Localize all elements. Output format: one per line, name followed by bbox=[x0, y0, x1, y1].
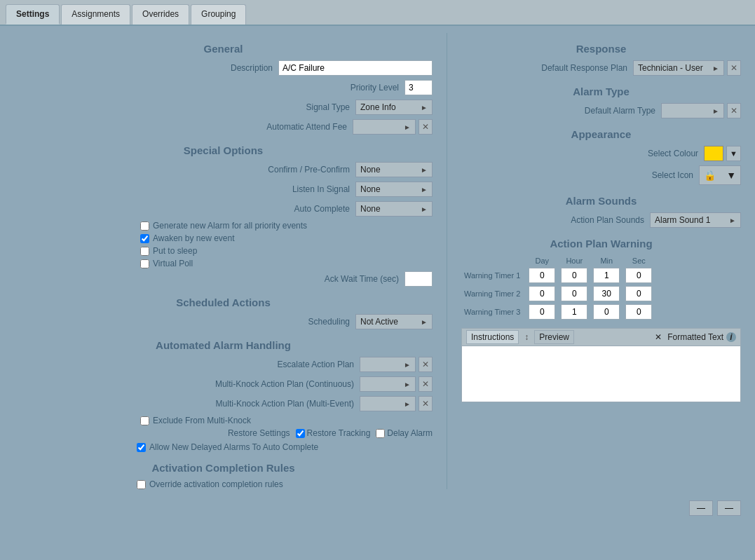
icon-label: Select Icon bbox=[580, 170, 699, 180]
scheduling-row: Scheduling Not Active ► bbox=[14, 314, 433, 329]
multiknock-cont-row: Multi-Knock Action Plan (Continuous) ► ✕ bbox=[14, 376, 433, 392]
timer1-sec-input[interactable] bbox=[625, 268, 652, 283]
default-plan-row: Default Response Plan Technician - User … bbox=[461, 60, 741, 76]
multiknock-multi-dropdown[interactable]: ► bbox=[360, 396, 416, 411]
exclude-checkbox[interactable] bbox=[140, 416, 149, 425]
icon-dropdown-btn[interactable]: 🔒 ▼ bbox=[699, 165, 741, 185]
timer3-day-input[interactable] bbox=[529, 304, 555, 320]
delay-alarm-checkbox[interactable] bbox=[376, 429, 385, 438]
timer2-min-input[interactable] bbox=[593, 286, 620, 301]
scheduling-dropdown[interactable]: Not Active ► bbox=[355, 314, 433, 329]
confirm-row: Confirm / Pre-Confirm None ► bbox=[14, 162, 433, 177]
instructions-textarea[interactable] bbox=[461, 346, 741, 402]
multiknock-multi-wrapper: ► ✕ bbox=[360, 396, 433, 411]
scheduled-actions-title: Scheduled Actions bbox=[14, 296, 433, 308]
allow-checkbox[interactable] bbox=[137, 443, 146, 452]
signal-type-dropdown[interactable]: Zone Info ► bbox=[355, 100, 433, 115]
timer1-row: Warning Timer 1 bbox=[461, 266, 655, 285]
appearance-title: Appearance bbox=[461, 128, 741, 140]
action-plan-sounds-dropdown[interactable]: Alarm Sound 1 ► bbox=[650, 212, 741, 228]
priority-label: Priority Level bbox=[292, 83, 404, 93]
priority-input[interactable] bbox=[404, 80, 433, 95]
escalate-row: Escalate Action Plan ► ✕ bbox=[14, 357, 433, 372]
listen-dropdown[interactable]: None ► bbox=[355, 182, 433, 197]
preview-tab[interactable]: Preview bbox=[534, 330, 574, 344]
colour-swatch[interactable] bbox=[704, 146, 723, 161]
timer1-day-input[interactable] bbox=[529, 268, 555, 283]
auto-attend-wrapper: ► ✕ bbox=[353, 119, 433, 135]
listen-arrow-icon: ► bbox=[421, 186, 428, 193]
default-type-dropdown[interactable]: ► bbox=[661, 103, 724, 118]
override-checkbox[interactable] bbox=[137, 480, 146, 489]
tab-settings[interactable]: Settings bbox=[6, 4, 60, 25]
timer3-sec-input[interactable] bbox=[625, 304, 652, 320]
action-plan-sounds-label: Action Plan Sounds bbox=[531, 215, 650, 225]
timer2-sec-input[interactable] bbox=[625, 286, 652, 301]
colour-label: Select Colour bbox=[585, 149, 704, 158]
virtual-poll-checkbox[interactable] bbox=[140, 259, 149, 268]
response-title: Response bbox=[461, 43, 741, 55]
automated-alarm-title: Automated Alarm Handling bbox=[14, 339, 433, 351]
right-panel: Response Default Response Plan Technicia… bbox=[447, 33, 741, 489]
signal-type-row: Signal Type Zone Info ► bbox=[14, 100, 433, 115]
instructions-tab[interactable]: Instructions bbox=[466, 330, 519, 344]
auto-complete-row: Auto Complete None ► bbox=[14, 201, 433, 217]
multiknock-cont-dropdown[interactable]: ► bbox=[360, 376, 416, 392]
timer2-hour-input[interactable] bbox=[561, 286, 587, 301]
tab-assignments[interactable]: Assignments bbox=[61, 4, 130, 25]
action-plan-sounds-row: Action Plan Sounds Alarm Sound 1 ► bbox=[461, 212, 741, 228]
auto-attend-clear-button[interactable]: ✕ bbox=[419, 119, 433, 135]
left-panel: General Description Priority Level Signa… bbox=[14, 33, 447, 489]
tab-overrides[interactable]: Overrides bbox=[132, 4, 189, 25]
confirm-dropdown[interactable]: None ► bbox=[355, 162, 433, 177]
signal-type-label: Signal Type bbox=[243, 102, 355, 112]
main-content: General Description Priority Level Signa… bbox=[0, 26, 755, 496]
restore-settings-label: Restore Settings bbox=[184, 428, 296, 438]
sleep-checkbox[interactable] bbox=[140, 247, 149, 256]
timer1-min-input[interactable] bbox=[593, 268, 620, 283]
generate-alarm-label: Generate new Alarm for all priority even… bbox=[153, 221, 307, 231]
timer3-hour-input[interactable] bbox=[561, 304, 587, 320]
description-input[interactable] bbox=[278, 60, 433, 76]
timer2-day-input[interactable] bbox=[529, 286, 555, 301]
timer3-row: Warning Timer 3 bbox=[461, 303, 655, 321]
ack-wait-input[interactable] bbox=[404, 271, 433, 287]
ack-wait-row: Ack Wait Time (sec) bbox=[14, 271, 433, 287]
alarm-type-title: Alarm Type bbox=[461, 86, 741, 97]
bottom-btn-2[interactable]: — bbox=[717, 500, 741, 516]
escalate-clear-button[interactable]: ✕ bbox=[419, 357, 433, 372]
confirm-label: Confirm / Pre-Confirm bbox=[243, 165, 355, 175]
generate-alarm-checkbox[interactable] bbox=[140, 221, 149, 231]
special-options-title: Special Options bbox=[14, 144, 433, 156]
restore-tracking-checkbox[interactable] bbox=[296, 429, 305, 438]
timer3-min-input[interactable] bbox=[593, 304, 620, 320]
escalate-dropdown[interactable]: ► bbox=[360, 357, 416, 372]
listen-label: Listen In Signal bbox=[243, 184, 355, 194]
auto-attend-dropdown[interactable]: ► bbox=[353, 119, 416, 135]
auto-complete-dropdown[interactable]: None ► bbox=[355, 201, 433, 217]
sleep-row: Put to sleep bbox=[14, 246, 433, 256]
bottom-btn-1[interactable]: — bbox=[689, 500, 713, 516]
tab-grouping[interactable]: Grouping bbox=[191, 4, 246, 25]
listen-row: Listen In Signal None ► bbox=[14, 182, 433, 197]
escalate-label: Escalate Action Plan bbox=[198, 360, 360, 369]
colour-dropdown-btn[interactable]: ▼ bbox=[726, 146, 741, 161]
description-row: Description bbox=[14, 60, 433, 76]
default-plan-clear-button[interactable]: ✕ bbox=[727, 60, 741, 76]
activation-title: Activation Completion Rules bbox=[14, 462, 433, 474]
instructions-close-button[interactable]: ✕ bbox=[652, 332, 665, 342]
alarm-sounds-title: Alarm Sounds bbox=[461, 195, 741, 207]
allow-label: Allow New Delayed Alarms To Auto Complet… bbox=[149, 442, 318, 452]
default-type-wrapper: ► ✕ bbox=[661, 103, 741, 118]
multiknock-multi-clear-button[interactable]: ✕ bbox=[419, 396, 433, 411]
priority-row: Priority Level bbox=[14, 80, 433, 95]
default-type-clear-button[interactable]: ✕ bbox=[727, 103, 741, 118]
default-plan-dropdown[interactable]: Technician - User ► bbox=[633, 60, 724, 76]
multiknock-cont-clear-button[interactable]: ✕ bbox=[419, 376, 433, 392]
colour-row: Select Colour ▼ bbox=[461, 146, 741, 161]
hour-header: Hour bbox=[558, 255, 590, 266]
awaken-checkbox[interactable] bbox=[140, 234, 149, 243]
awaken-label: Awaken by new event bbox=[153, 233, 235, 243]
default-type-label: Default Alarm Type bbox=[542, 106, 661, 116]
timer1-hour-input[interactable] bbox=[561, 268, 587, 283]
